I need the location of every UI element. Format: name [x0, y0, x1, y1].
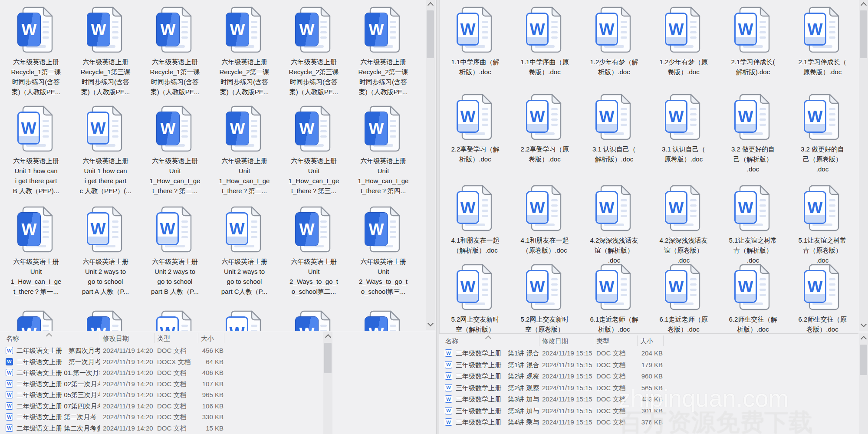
file-item[interactable]: W 六年级英语上册 Recycle_1第三课 时同步练习(含答 案)（人教版PE…	[73, 5, 138, 97]
scroll-up-icon[interactable]	[325, 334, 331, 340]
file-row-size: 965 KB	[176, 391, 224, 398]
word-w-badge: W	[226, 112, 249, 145]
file-row[interactable]: W 二年级语文上册 05第三次月考（一）(1... 2024/11/19 14:…	[0, 390, 436, 401]
file-item[interactable]: W 4.1和朋友在一起 （原卷版）.doc	[512, 184, 577, 265]
column-header-date[interactable]: 修改日期	[103, 335, 129, 343]
right-panel-scrollbar[interactable]	[859, 0, 868, 331]
file-item[interactable]: W 六年级英语上册 Unit 2 ways to go to school pa…	[73, 205, 138, 296]
file-row[interactable]: W 二年级语文上册 02第一次月考（二）(1... 2024/11/19 14:…	[0, 379, 436, 390]
file-row[interactable]: W 二年级语文上册 07第四次月考(1)（部... 2024/11/19 14:…	[0, 401, 436, 412]
file-item[interactable]: W 4.2深深浅浅话友 谊（原卷版） .doc	[651, 184, 716, 265]
scroll-down-icon[interactable]	[861, 321, 867, 327]
column-header-name[interactable]: 名称	[6, 335, 19, 343]
column-header-size[interactable]: 大小	[640, 337, 653, 345]
column-divider[interactable]	[198, 333, 198, 343]
column-header-date[interactable]: 修改日期	[542, 337, 568, 345]
file-item[interactable]: W 6.2师生交往（原 卷版）.doc	[790, 263, 855, 334]
file-item[interactable]: W 6.2师生交往（解 析版）.doc	[720, 263, 786, 334]
file-item[interactable]: W 六年级英语上册 Unit 1_How_can_I_ge t_there？第四…	[351, 104, 416, 196]
file-row[interactable]: W 二年级语文上册 第一次月考测试卷（... 2024/11/19 14:20 …	[0, 357, 436, 368]
file-row[interactable]: W 二年级语文上册 第二次月考参考答案（... 2024/11/19 14:20…	[0, 423, 436, 434]
left-panel-scrollbar[interactable]	[426, 0, 435, 330]
column-divider[interactable]	[224, 333, 224, 343]
column-divider[interactable]	[637, 335, 638, 346]
file-item[interactable]: W 六年级英语上册 Unit 1_How_can_I_ge t_there？第三…	[281, 104, 346, 196]
word-document-icon: W	[295, 205, 332, 253]
file-item[interactable]: W 3.2 做更好的自 己（原卷版） .doc	[790, 92, 855, 174]
column-divider[interactable]	[663, 335, 664, 346]
file-name-label: 六年级英语上册 Unit 1_How_can_I_ge t_there？第二..…	[212, 156, 277, 196]
word-document-icon: W	[804, 184, 841, 231]
column-header-size[interactable]: 大小	[201, 335, 214, 343]
file-item[interactable]: W 3.1 认识自己（ 原卷版）.doc	[651, 92, 716, 174]
file-item[interactable]: W 6.1走近老师（解 析版）.doc	[582, 263, 647, 334]
file-row[interactable]: W 三年级数学上册 第1讲 混合运算（学生... 2024/11/19 15:1…	[439, 360, 858, 372]
scroll-up-icon[interactable]	[427, 2, 434, 8]
file-item[interactable]: W 5.1让友谊之树常 青（解析版） .doc	[720, 184, 786, 265]
scroll-up-icon[interactable]	[861, 336, 867, 342]
file-row-name: 二年级语文上册 07第四次月考(1)（部...	[16, 402, 100, 411]
file-item[interactable]: W 3.1 认识自己（ 解析版）.doc	[582, 92, 647, 174]
icon-grid-row: W 六年级英语上册 Unit 1_How_can_I_ge t_there？第一…	[3, 205, 416, 296]
file-item[interactable]: W 5.1让友谊之树常 青（原卷版） .doc	[790, 184, 855, 265]
file-item[interactable]: W 2.1学习伴成长( 解析版).doc	[720, 5, 786, 77]
file-item[interactable]: W 1.1中学序曲（原 卷版）.doc	[512, 5, 577, 77]
word-w-badge: W	[457, 100, 479, 133]
file-item[interactable]: W 6.1走近老师（原 卷版）.doc	[651, 263, 716, 334]
file-item[interactable]: W 3.2 做更好的自 己（解析版） .doc	[720, 92, 786, 174]
column-header-type[interactable]: 类型	[596, 337, 609, 345]
scrollbar-thumb[interactable]	[860, 345, 867, 375]
scrollbar-thumb[interactable]	[860, 10, 867, 58]
column-header-type[interactable]: 类型	[157, 335, 170, 343]
file-row[interactable]: W 二年级语文上册 第二次月考（部编）.d... 2024/11/19 14:2…	[0, 412, 436, 423]
column-divider[interactable]	[539, 335, 539, 346]
file-row-size: 960 KB	[615, 372, 663, 380]
file-item[interactable]: W 5.2网上交友新时 空（解析版）	[443, 263, 508, 334]
file-item[interactable]: W 5.2网上交友新时 空（原卷版）	[512, 263, 577, 334]
left-list-scrollbar[interactable]	[323, 332, 332, 434]
file-row-name: 三年级数学上册 第2讲 观察物体（学生...	[456, 384, 539, 392]
column-divider[interactable]	[155, 333, 155, 343]
file-item[interactable]: W 2.1学习伴成长（ 原卷版）.doc	[790, 5, 855, 77]
column-header-name[interactable]: 名称	[445, 337, 458, 345]
column-divider[interactable]	[594, 335, 594, 346]
file-item[interactable]: W 六年级英语上册 Unit 2 ways to go to school pa…	[212, 205, 277, 296]
right-list-scrollbar[interactable]	[859, 333, 868, 434]
file-item[interactable]: W 六年级英语上册 Recycle_2第一课 时同步练习(含答 案)（人教版PE…	[351, 5, 416, 97]
scroll-up-icon[interactable]	[861, 2, 867, 8]
column-divider[interactable]	[100, 333, 100, 343]
file-item[interactable]: W 六年级英语上册 Recycle_2第二课 时同步练习(含答 案)（人教版PE…	[212, 5, 277, 97]
file-item[interactable]: W 1.1中学序曲（解 析版）.doc	[443, 5, 508, 77]
file-row[interactable]: W 三年级数学上册 第1讲 混合运算（（教... 2024/11/19 15:1…	[439, 348, 858, 360]
file-row[interactable]: W 三年级数学上册 第2讲 观察物体（（教... 2024/11/19 15:1…	[439, 371, 858, 383]
scrollbar-thumb[interactable]	[427, 10, 434, 58]
file-item[interactable]: W 1.2少年有梦（原 卷版）.doc	[651, 5, 716, 77]
file-item[interactable]: W 六年级英语上册 Recycle_1第一课 时同步练习(含答 案)（人教版PE…	[142, 5, 207, 97]
file-item[interactable]: W 六年级英语上册 Unit 1_How_can_I_ge t_there？第二…	[212, 104, 277, 196]
scrollbar-thumb[interactable]	[324, 343, 332, 373]
file-item[interactable]: W 2.2享受学习（原 卷版）.doc	[512, 92, 577, 174]
file-name-label: 六年级英语上册 Recycle_2第一课 时同步练习(含答 案)（人教版PE..…	[351, 57, 416, 97]
file-item[interactable]: W 六年级英语上册 Unit 2 ways to go to school pa…	[142, 205, 207, 296]
file-item[interactable]: W 六年级英语上册 Recycle_2第三课 时同步练习(含答 案)（人教版PE…	[281, 5, 346, 97]
file-row-date: 2024/11/19 15:15	[542, 372, 598, 380]
file-item[interactable]: W 六年级英语上册 Unit 1 how can i get there par…	[73, 104, 138, 196]
scroll-down-icon[interactable]	[427, 320, 434, 326]
file-item[interactable]: W 4.2深深浅浅话友 谊（解析版） .doc	[582, 184, 647, 265]
file-item[interactable]: W 六年级英语上册 Unit 2_Ways_to_go_t o_school第三…	[351, 205, 416, 296]
file-item[interactable]: W 六年级英语上册 Recycle_1第二课 时同步练习(含答 案)（人教版PE…	[3, 5, 69, 97]
file-item[interactable]: W 六年级英语上册 Unit 1_How_can_I_ge t_there？第二…	[142, 104, 207, 196]
file-row[interactable]: W 二年级语文上册 第四次月考 达标检测... 2024/11/19 14:20…	[0, 345, 436, 357]
file-item[interactable]: W 六年级英语上册 Unit 1_How_can_I_ge t_there？第一…	[3, 205, 69, 296]
file-item[interactable]: W 六年级英语上册 Unit 2_Ways_to_go_t o_school第二…	[281, 205, 346, 296]
file-row[interactable]: W 二年级语文上册 01.第一次月考（一）(... 2024/11/19 14:…	[0, 368, 436, 379]
file-item[interactable]: W 2.2享受学习（解 析版）.doc	[443, 92, 508, 174]
file-item[interactable]: W 1.2少年有梦（解 析版）.doc	[582, 5, 647, 77]
sort-ascending-icon	[46, 333, 52, 339]
file-name-label: 6.1走近老师（解 析版）.doc	[582, 314, 647, 334]
word-w-badge: W	[804, 270, 826, 303]
file-item[interactable]: W 4.1和朋友在一起 （解析版）.doc	[443, 184, 508, 265]
word-document-icon: W	[295, 104, 332, 152]
file-item[interactable]: W 六年级英语上册 Unit 1 how can i get there par…	[3, 104, 69, 196]
word-w-badge: W	[665, 191, 687, 224]
